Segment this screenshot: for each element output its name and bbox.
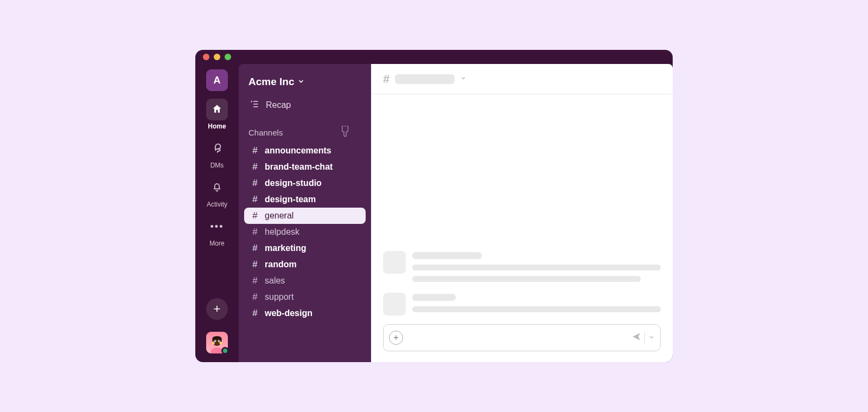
- workspace-switcher[interactable]: Acme Inc: [239, 70, 371, 95]
- app-window: A Home DMs: [195, 50, 673, 362]
- titlebar: [195, 50, 673, 64]
- workspace-tile[interactable]: A: [206, 69, 228, 91]
- left-rail: A Home DMs: [195, 64, 239, 362]
- channels-header[interactable]: Channels: [239, 115, 371, 143]
- hash-icon: #: [251, 227, 259, 237]
- text-placeholder: [412, 306, 661, 312]
- channel-name: helpdesk: [265, 227, 299, 237]
- main-pane: #: [371, 64, 673, 362]
- message-placeholder: [383, 293, 661, 316]
- channel-name: general: [265, 211, 293, 221]
- plus-icon: +: [393, 333, 398, 343]
- bell-icon: [212, 182, 222, 194]
- rail-item-label: DMs: [210, 162, 224, 169]
- channel-name: design-team: [265, 195, 316, 204]
- hash-icon: #: [251, 292, 259, 302]
- recap-button[interactable]: Recap: [239, 95, 371, 115]
- channel-general[interactable]: #general: [244, 208, 366, 224]
- channel-name: sales: [265, 276, 285, 286]
- text-placeholder: [412, 294, 456, 301]
- hash-icon: #: [251, 145, 259, 156]
- hash-icon: #: [251, 275, 259, 286]
- text-placeholder: [412, 276, 641, 282]
- send-button[interactable]: [631, 332, 655, 344]
- channel-random[interactable]: #random: [239, 256, 371, 273]
- chevron-down-icon: [297, 76, 305, 88]
- rail-item-home[interactable]: Home: [195, 99, 239, 130]
- channel-design-team[interactable]: #design-team: [239, 191, 371, 208]
- channel-name-placeholder: [395, 74, 455, 84]
- channel-list: #announcements#brand-team-chat#design-st…: [239, 143, 371, 321]
- hash-icon: #: [251, 210, 259, 221]
- home-icon: [212, 104, 222, 116]
- workspace-name: Acme Inc: [248, 76, 294, 88]
- channel-name: web-design: [265, 308, 312, 318]
- rail-item-dms[interactable]: DMs: [195, 138, 239, 169]
- channel-name: brand-team-chat: [265, 162, 333, 172]
- rail-item-label: Home: [208, 123, 226, 130]
- channel-name: design-studio: [265, 178, 322, 188]
- rail-item-activity[interactable]: Activity: [195, 177, 239, 208]
- minimize-icon[interactable]: [214, 54, 220, 60]
- svg-point-3: [214, 340, 215, 342]
- hash-icon: #: [251, 162, 259, 172]
- channel-announcements[interactable]: #announcements: [239, 143, 371, 159]
- recap-icon: [248, 99, 259, 112]
- svg-point-5: [212, 342, 215, 345]
- plus-icon: +: [214, 302, 221, 316]
- channel-helpdesk[interactable]: #helpdesk: [239, 224, 371, 240]
- close-icon[interactable]: [203, 54, 209, 60]
- channel-name: random: [265, 260, 297, 269]
- create-button[interactable]: +: [206, 298, 228, 320]
- hash-icon: #: [251, 259, 259, 270]
- recap-label: Recap: [266, 100, 291, 110]
- hash-icon: #: [383, 72, 390, 86]
- more-icon: •••: [210, 221, 224, 233]
- svg-point-4: [219, 340, 220, 342]
- channel-design-studio[interactable]: #design-studio: [239, 175, 371, 191]
- channel-brand-team-chat[interactable]: #brand-team-chat: [239, 159, 371, 175]
- attach-button[interactable]: +: [389, 331, 403, 345]
- chevron-down-icon: [648, 333, 655, 343]
- channel-sales[interactable]: #sales: [239, 273, 371, 289]
- channel-name: announcements: [265, 146, 331, 156]
- channel-marketing[interactable]: #marketing: [239, 240, 371, 256]
- channel-header[interactable]: #: [371, 64, 673, 94]
- avatar-placeholder: [383, 293, 406, 316]
- presence-indicator: [221, 347, 229, 355]
- hash-icon: #: [251, 308, 259, 319]
- svg-point-6: [220, 342, 222, 345]
- chevron-down-icon: [460, 75, 467, 83]
- maximize-icon[interactable]: [225, 54, 231, 60]
- avatar-placeholder: [383, 251, 406, 274]
- rail-item-more[interactable]: ••• More: [195, 216, 239, 247]
- user-avatar[interactable]: [206, 332, 228, 353]
- channel-name: marketing: [265, 243, 306, 253]
- channel-web-design[interactable]: #web-design: [239, 305, 371, 321]
- channel-support[interactable]: #support: [239, 289, 371, 305]
- dms-icon: [211, 142, 223, 156]
- sidebar: Acme Inc Recap Channels: [239, 64, 371, 362]
- hash-icon: #: [251, 243, 259, 254]
- text-placeholder: [412, 252, 482, 259]
- divider: [644, 332, 645, 344]
- send-icon: [631, 332, 641, 344]
- hash-icon: #: [251, 194, 259, 205]
- rail-item-label: Activity: [207, 201, 227, 208]
- text-placeholder: [412, 265, 661, 271]
- rail-item-label: More: [209, 240, 224, 247]
- channels-header-label: Channels: [248, 128, 283, 137]
- channel-name: support: [265, 292, 293, 302]
- hash-icon: #: [251, 178, 259, 189]
- message-placeholder: [383, 251, 661, 282]
- app-body: A Home DMs: [195, 64, 673, 362]
- cursor-icon: [337, 125, 352, 140]
- message-list: [371, 94, 673, 322]
- message-composer[interactable]: +: [383, 324, 661, 351]
